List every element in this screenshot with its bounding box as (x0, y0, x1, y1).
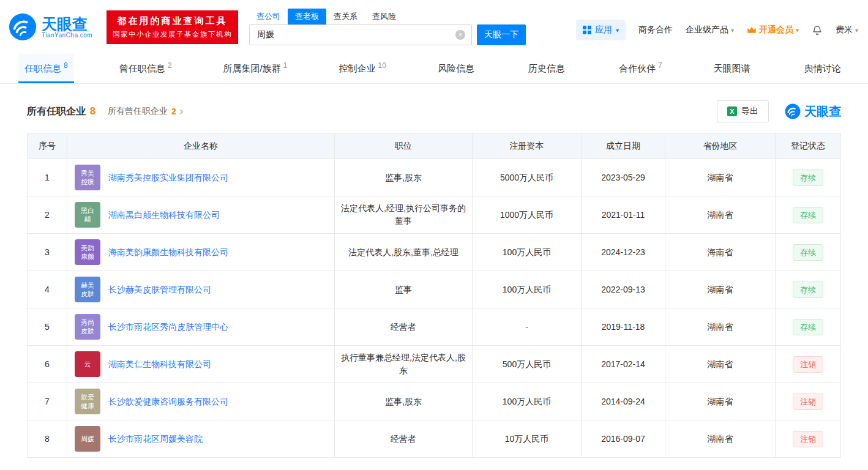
caret-down-icon: ▾ (731, 27, 734, 34)
search-tab-risk[interactable]: 查风险 (365, 9, 403, 24)
company-cell: 赫美皮肤 长沙赫美皮肤管理有限公司 (67, 271, 335, 308)
company-logo-text: 赫美皮肤 (80, 281, 95, 298)
company-logo: 赫美皮肤 (75, 277, 100, 302)
excel-icon: X (727, 106, 737, 116)
status-badge: 存续 (793, 282, 823, 298)
company-link[interactable]: 湖南秀美控股实业集团有限公司 (108, 171, 228, 184)
notifications-button[interactable] (812, 24, 823, 35)
company-link[interactable]: 湖南黑白颠生物科技有限公司 (108, 209, 220, 222)
search-tab-relation[interactable]: 查关系 (326, 9, 365, 24)
col-header-index: 序号 (28, 133, 67, 159)
tab-label: 风险信息 (438, 63, 474, 75)
company-logo-text: 周媛 (80, 435, 95, 443)
company-logo: 周媛 (75, 426, 100, 452)
search-tab-company[interactable]: 查公司 (249, 9, 288, 24)
tab-graph[interactable]: 天眼图谱 (708, 54, 759, 83)
caret-down-icon: ▾ (796, 27, 799, 34)
company-logo: 云 (75, 351, 100, 377)
tab-label: 所属集团/族群 (223, 63, 281, 75)
date-cell: 2016-09-07 (582, 420, 665, 458)
company-link[interactable]: 海南美韵康颜生物科技有限公司 (108, 246, 228, 259)
export-button[interactable]: X 导出 (717, 100, 769, 122)
tab-risk-info[interactable]: 风险信息 (432, 54, 483, 83)
region-cell: 湖南省 (665, 346, 776, 383)
region-cell: 湖南省 (665, 308, 776, 346)
tab-count: 10 (378, 61, 386, 70)
tab-former-positions[interactable]: 曾任职信息2 (113, 54, 178, 83)
region-cell: 湖南省 (665, 420, 776, 458)
search-input[interactable] (256, 29, 455, 40)
table-row: 3 美韵康颜 海南美韵康颜生物科技有限公司 法定代表人,股东,董事,总经理 10… (28, 234, 841, 271)
user-menu[interactable]: 费米 ▾ (836, 24, 858, 35)
business-cooperation-link[interactable]: 商务合作 (638, 24, 673, 35)
brand-watermark-label: 天眼查 (804, 103, 841, 120)
capital-cell: 500万人民币 (473, 346, 582, 383)
col-header-position: 职位 (335, 133, 473, 159)
status-badge: 注销 (793, 356, 823, 373)
business-cooperation-label: 商务合作 (638, 24, 673, 35)
company-cell: 秀美控股 湖南秀美控股实业集团有限公司 (67, 159, 335, 196)
table-row: 1 秀美控股 湖南秀美控股实业集团有限公司 监事,股东 5000万人民币 202… (28, 159, 841, 196)
tab-count: 7 (658, 61, 662, 70)
company-logo-text: 歆爱健康 (80, 393, 95, 410)
search-tab-boss[interactable]: 查老板 (288, 9, 326, 24)
company-logo: 美韵康颜 (75, 239, 100, 265)
username-label: 费米 (836, 24, 853, 35)
top-bar: 天眼查 TianYanCha.com 都在用的商业查询工具 国家中小企业发展子基… (0, 0, 868, 54)
search-button[interactable]: 天眼一下 (477, 24, 526, 45)
top-right-nav: 应用 ▾ 商务合作 企业级产品 ▾ 开通会员 ▾ (576, 13, 858, 40)
status-badge: 注销 (793, 431, 823, 447)
status-cell: 注销 (776, 346, 841, 383)
vip-label: 开通会员 (759, 24, 793, 35)
tab-partners[interactable]: 合作伙伴7 (613, 54, 668, 83)
status-badge: 存续 (793, 207, 823, 223)
col-header-status: 登记状态 (776, 133, 841, 159)
tab-controlled-companies[interactable]: 控制企业10 (332, 54, 392, 83)
date-cell: 2024-12-23 (582, 234, 665, 271)
capital-cell: - (473, 308, 582, 346)
tab-positions[interactable]: 任职信息8 (18, 54, 74, 83)
region-cell: 海南省 (665, 234, 776, 271)
status-cell: 存续 (776, 271, 841, 308)
company-link[interactable]: 湖南美仁生物科技有限公司 (108, 358, 211, 371)
position-cell: 经营者 (335, 420, 473, 458)
row-index: 6 (28, 346, 67, 383)
crown-icon (747, 26, 757, 34)
table-row: 8 周媛 长沙市雨花区周媛美容院 经营者 10万人民币 2016-09-07 湖… (28, 420, 841, 458)
clear-icon[interactable]: × (455, 30, 465, 40)
company-logo-text: 美韵康颜 (80, 244, 95, 261)
table-row: 5 秀尚皮肤 长沙市雨花区秀尚皮肤管理中心 经营者 - 2019-11-18 湖… (28, 308, 841, 346)
status-cell: 注销 (776, 383, 841, 420)
company-cell: 云 湖南美仁生物科技有限公司 (67, 346, 335, 383)
status-cell: 存续 (776, 308, 841, 346)
vip-upgrade-menu[interactable]: 开通会员 ▾ (747, 24, 799, 35)
region-cell: 湖南省 (665, 196, 776, 234)
date-cell: 2023-05-29 (582, 159, 665, 196)
status-badge: 存续 (793, 319, 823, 335)
main-content: 所有任职企业 8 所有曾任职企业 2 › X 导出 天眼查 (0, 100, 868, 458)
position-cell: 执行董事兼总经理,法定代表人,股东 (335, 346, 473, 383)
page-title: 所有任职企业 (27, 105, 86, 118)
col-header-region: 省份地区 (665, 133, 776, 159)
company-link[interactable]: 长沙赫美皮肤管理有限公司 (108, 283, 211, 296)
date-cell: 2019-11-18 (582, 308, 665, 346)
apps-button[interactable]: 应用 ▾ (576, 20, 626, 40)
company-link[interactable]: 长沙歆爱健康咨询服务有限公司 (108, 395, 228, 408)
position-cell: 监事,股东 (335, 159, 473, 196)
former-companies-link[interactable]: 所有曾任职企业 2 › (108, 106, 183, 117)
capital-cell: 100万人民币 (473, 271, 582, 308)
table-row: 2 黑白颠 湖南黑白颠生物科技有限公司 法定代表人,经理,执行公司事务的董事 1… (28, 196, 841, 234)
position-cell: 经营者 (335, 308, 473, 346)
enterprise-products-menu[interactable]: 企业级产品 ▾ (686, 24, 734, 35)
company-logo-text: 黑白颠 (80, 206, 95, 223)
status-cell: 存续 (776, 196, 841, 234)
bell-icon (812, 24, 823, 35)
tianyancha-logo[interactable]: 天眼查 TianYanCha.com (9, 13, 102, 41)
tab-history-info[interactable]: 历史信息 (522, 54, 574, 83)
tab-group-cluster[interactable]: 所属集团/族群1 (217, 54, 294, 83)
capital-cell: 100万人民币 (473, 383, 582, 420)
tab-sentiment[interactable]: 舆情讨论 (798, 54, 850, 83)
company-link[interactable]: 长沙市雨花区秀尚皮肤管理中心 (108, 321, 228, 334)
company-link[interactable]: 长沙市雨花区周媛美容院 (108, 433, 203, 446)
status-badge: 存续 (793, 244, 823, 261)
